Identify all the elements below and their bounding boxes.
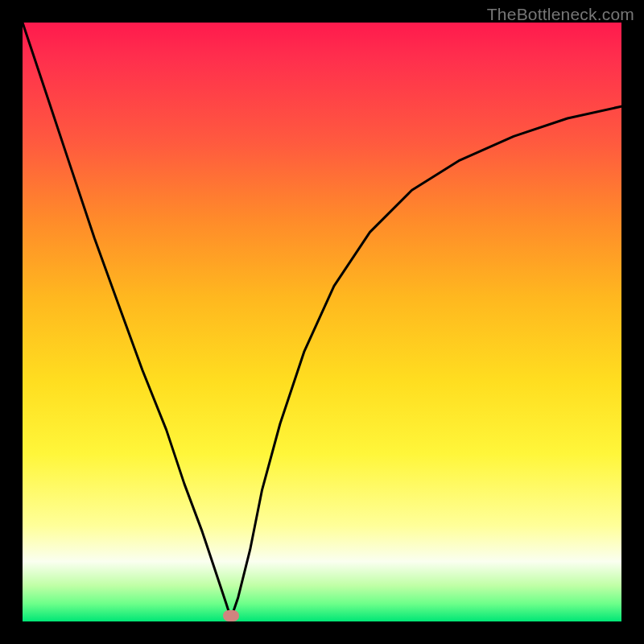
curve-layer xyxy=(23,23,621,621)
minimum-marker xyxy=(223,610,239,621)
watermark-text: TheBottleneck.com xyxy=(487,5,634,24)
plot-area xyxy=(23,23,621,621)
bottleneck-curve xyxy=(23,23,621,618)
chart-frame: TheBottleneck.com xyxy=(0,0,644,644)
